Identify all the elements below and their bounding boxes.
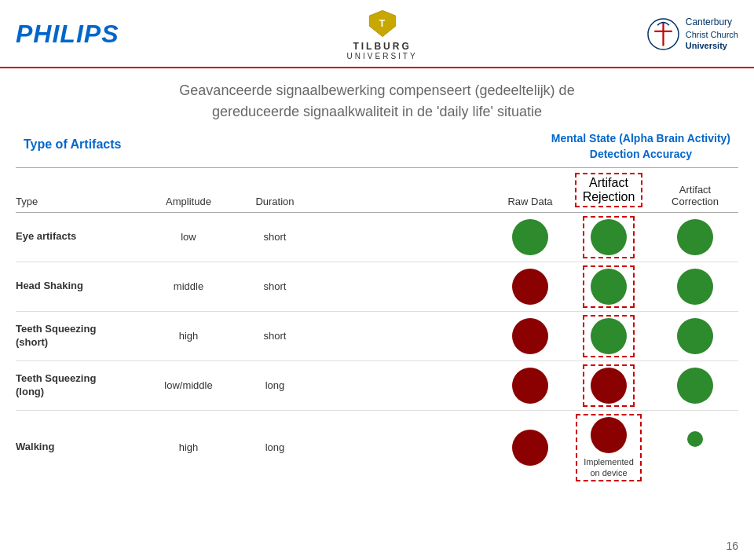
left-subtitle: Type of Artifacts bbox=[24, 137, 121, 152]
header-duration: Duration bbox=[236, 196, 314, 207]
circle-green-icon bbox=[677, 219, 713, 255]
circle-green-icon bbox=[677, 269, 713, 305]
row4-rejection-outer bbox=[566, 364, 652, 407]
row4-rawdata bbox=[495, 368, 566, 404]
rejection-dashed-row4 bbox=[583, 364, 635, 407]
row2-rawdata bbox=[495, 269, 566, 305]
header-rejection-outer: Artifact Rejection bbox=[566, 173, 652, 207]
rejection-dashed-row5: Implemented on device bbox=[576, 414, 642, 482]
table-row: Teeth Squeezing(long) low/middle long bbox=[16, 361, 738, 411]
row3-duration: short bbox=[236, 330, 314, 342]
row2-amplitude: middle bbox=[141, 280, 236, 292]
row5-duration: long bbox=[236, 441, 314, 453]
circle-green-icon bbox=[591, 219, 627, 255]
row5-amplitude: high bbox=[141, 441, 236, 453]
circle-green-icon bbox=[512, 219, 548, 255]
row1-amplitude: low bbox=[141, 231, 236, 243]
title-section: Geavanceerde signaalbewerking compenseer… bbox=[0, 68, 754, 128]
row3-rawdata bbox=[495, 318, 566, 354]
right-subtitle: Mental State (Alpha Brain Activity) Dete… bbox=[551, 131, 730, 162]
circle-darkred-icon bbox=[512, 269, 548, 305]
header-correction: Artifact Correction bbox=[652, 184, 738, 207]
row2-duration: short bbox=[236, 280, 314, 292]
circle-small-green-icon bbox=[687, 431, 703, 447]
svg-text:T: T bbox=[379, 18, 386, 29]
circle-darkred-icon bbox=[591, 417, 627, 453]
rejection-dashed-row2 bbox=[583, 265, 635, 308]
row1-duration: short bbox=[236, 231, 314, 243]
row3-type: Teeth Squeezing(short) bbox=[16, 323, 141, 350]
table-header: Type Amplitude Duration Raw Data Artifac… bbox=[16, 167, 738, 213]
rejection-dashed-header: Artifact Rejection bbox=[575, 173, 643, 207]
row2-type: Head Shaking bbox=[16, 280, 141, 293]
row5-correction bbox=[652, 431, 738, 464]
row4-correction bbox=[652, 368, 738, 404]
ccu-icon bbox=[646, 16, 681, 52]
row1-type: Eye artifacts bbox=[16, 230, 141, 243]
rejection-dashed-row3 bbox=[583, 315, 635, 357]
ccu-logo: Canterbury Christ Church University bbox=[646, 16, 738, 52]
header-amplitude: Amplitude bbox=[141, 196, 236, 207]
table-section: Type Amplitude Duration Raw Data Artifac… bbox=[0, 167, 754, 485]
row3-correction bbox=[652, 318, 738, 354]
title-line1: Geavanceerde signaalbewerking compenseer… bbox=[16, 81, 738, 101]
row1-rawdata bbox=[495, 219, 566, 255]
row2-correction bbox=[652, 269, 738, 305]
row5-rawdata bbox=[495, 430, 566, 466]
table-row: Teeth Squeezing(short) high short bbox=[16, 312, 738, 361]
row4-type: Teeth Squeezing(long) bbox=[16, 372, 141, 399]
circle-green-icon bbox=[677, 368, 713, 404]
row2-rejection-outer bbox=[566, 265, 652, 308]
subtitle-row: Type of Artifacts Mental State (Alpha Br… bbox=[0, 128, 754, 162]
page-number: 16 bbox=[726, 540, 738, 552]
circle-darkred-icon bbox=[512, 318, 548, 354]
circle-green-icon bbox=[591, 269, 627, 305]
tilburg-logo: T TILBURG UNIVERSITY bbox=[347, 8, 418, 60]
circle-darkred-icon bbox=[591, 368, 627, 404]
header-rawdata: Raw Data bbox=[495, 196, 566, 207]
implemented-label: Implemented on device bbox=[584, 456, 634, 479]
row1-correction bbox=[652, 219, 738, 255]
tilburg-icon: T bbox=[367, 8, 398, 39]
table-row: Walking high long Implemented on device bbox=[16, 411, 738, 485]
ccu-text: Canterbury Christ Church University bbox=[686, 16, 738, 51]
rejection-dashed-row1 bbox=[583, 216, 635, 258]
row1-rejection-outer bbox=[566, 216, 652, 258]
row4-duration: long bbox=[236, 379, 314, 391]
row3-amplitude: high bbox=[141, 330, 236, 342]
row4-amplitude: low/middle bbox=[141, 379, 236, 391]
circle-darkred-icon bbox=[512, 368, 548, 404]
row5-rejection-outer: Implemented on device bbox=[566, 414, 652, 482]
row5-type: Walking bbox=[16, 441, 141, 454]
table-row: Head Shaking middle short bbox=[16, 262, 738, 312]
circle-green-icon bbox=[677, 318, 713, 354]
header-type: Type bbox=[16, 196, 141, 207]
philips-logo: PHILIPS bbox=[16, 20, 119, 49]
circle-green-icon bbox=[591, 318, 627, 354]
title-line2: gereduceerde signaalkwaliteit in de 'dai… bbox=[16, 102, 738, 122]
header: PHILIPS T TILBURG UNIVERSITY Canterbury … bbox=[0, 0, 754, 68]
table-row: Eye artifacts low short bbox=[16, 213, 738, 262]
circle-darkred-icon bbox=[512, 430, 548, 466]
row3-rejection-outer bbox=[566, 315, 652, 357]
